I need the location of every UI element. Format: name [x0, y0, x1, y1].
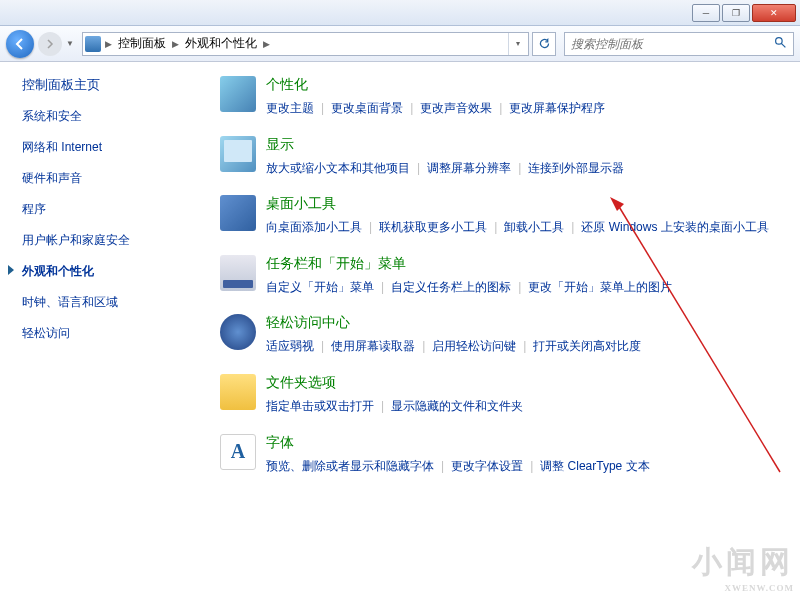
link-separator: | — [314, 339, 331, 353]
category-link[interactable]: 适应弱视 — [266, 339, 314, 353]
category-link[interactable]: 指定单击或双击打开 — [266, 399, 374, 413]
link-separator: | — [511, 280, 528, 294]
link-separator: | — [314, 101, 331, 115]
svg-point-0 — [776, 37, 783, 44]
breadcrumb-1[interactable]: 控制面板 — [116, 35, 168, 52]
gadgets-icon — [220, 195, 256, 231]
category-gadgets: 桌面小工具向桌面添加小工具|联机获取更多小工具|卸载小工具|还原 Windows… — [220, 195, 780, 239]
search-box[interactable] — [564, 32, 794, 56]
link-separator: | — [410, 161, 427, 175]
category-link[interactable]: 更改屏幕保护程序 — [509, 101, 605, 115]
category-title[interactable]: 桌面小工具 — [266, 195, 780, 213]
link-separator: | — [523, 459, 540, 473]
sidebar: 控制面板主页 系统和安全网络和 Internet硬件和声音程序用户帐户和家庭安全… — [0, 62, 210, 599]
main-content: 个性化更改主题|更改桌面背景|更改声音效果|更改屏幕保护程序显示放大或缩小文本和… — [210, 62, 800, 599]
category-link[interactable]: 放大或缩小文本和其他项目 — [266, 161, 410, 175]
category-link[interactable]: 还原 Windows 上安装的桌面小工具 — [581, 220, 768, 234]
refresh-button[interactable] — [532, 32, 556, 56]
category-link[interactable]: 连接到外部显示器 — [528, 161, 624, 175]
link-separator: | — [374, 280, 391, 294]
sidebar-item[interactable]: 硬件和声音 — [22, 170, 210, 187]
category-link[interactable]: 更改桌面背景 — [331, 101, 403, 115]
crumb-sep-icon: ▶ — [172, 39, 179, 49]
refresh-icon — [538, 37, 551, 50]
crumb-sep-icon: ▶ — [263, 39, 270, 49]
category-link[interactable]: 更改声音效果 — [420, 101, 492, 115]
link-separator: | — [516, 339, 533, 353]
category-link[interactable]: 自定义「开始」菜单 — [266, 280, 374, 294]
category-title[interactable]: 文件夹选项 — [266, 374, 780, 392]
category-fonts: 字体预览、删除或者显示和隐藏字体|更改字体设置|调整 ClearType 文本 — [220, 434, 780, 478]
link-separator: | — [403, 101, 420, 115]
display-icon — [220, 136, 256, 172]
taskbar-icon — [220, 255, 256, 291]
link-separator: | — [434, 459, 451, 473]
category-link[interactable]: 向桌面添加小工具 — [266, 220, 362, 234]
category-link[interactable]: 使用屏幕读取器 — [331, 339, 415, 353]
link-separator: | — [511, 161, 528, 175]
personalize-icon — [220, 76, 256, 112]
arrow-right-icon — [45, 39, 55, 49]
watermark: 小闻网 XWENW.COM — [692, 542, 794, 593]
category-link[interactable]: 更改主题 — [266, 101, 314, 115]
folder-options-icon — [220, 374, 256, 410]
category-title[interactable]: 任务栏和「开始」菜单 — [266, 255, 780, 273]
crumb-sep-icon: ▶ — [105, 39, 112, 49]
navigation-bar: ▼ ▶ 控制面板 ▶ 外观和个性化 ▶ ▾ — [0, 26, 800, 62]
link-separator: | — [564, 220, 581, 234]
search-icon[interactable] — [774, 36, 787, 52]
category-ease-of-access: 轻松访问中心适应弱视|使用屏幕读取器|启用轻松访问键|打开或关闭高对比度 — [220, 314, 780, 358]
link-separator: | — [374, 399, 391, 413]
sidebar-item[interactable]: 时钟、语言和区域 — [22, 294, 210, 311]
link-separator: | — [362, 220, 379, 234]
link-separator: | — [492, 101, 509, 115]
minimize-button[interactable]: ─ — [692, 4, 720, 22]
category-link[interactable]: 调整屏幕分辨率 — [427, 161, 511, 175]
search-input[interactable] — [571, 37, 774, 51]
category-personalize: 个性化更改主题|更改桌面背景|更改声音效果|更改屏幕保护程序 — [220, 76, 780, 120]
link-separator: | — [415, 339, 432, 353]
ease-of-access-icon — [220, 314, 256, 350]
category-title[interactable]: 显示 — [266, 136, 780, 154]
category-link[interactable]: 打开或关闭高对比度 — [533, 339, 641, 353]
close-button[interactable]: ✕ — [752, 4, 796, 22]
category-link[interactable]: 更改字体设置 — [451, 459, 523, 473]
nav-history-dropdown[interactable]: ▼ — [66, 39, 78, 48]
category-link[interactable]: 自定义任务栏上的图标 — [391, 280, 511, 294]
category-title[interactable]: 个性化 — [266, 76, 780, 94]
sidebar-item[interactable]: 程序 — [22, 201, 210, 218]
category-link[interactable]: 显示隐藏的文件和文件夹 — [391, 399, 523, 413]
category-display: 显示放大或缩小文本和其他项目|调整屏幕分辨率|连接到外部显示器 — [220, 136, 780, 180]
category-link[interactable]: 预览、删除或者显示和隐藏字体 — [266, 459, 434, 473]
sidebar-item[interactable]: 轻松访问 — [22, 325, 210, 342]
control-panel-home[interactable]: 控制面板主页 — [22, 76, 210, 94]
category-folder-options: 文件夹选项指定单击或双击打开|显示隐藏的文件和文件夹 — [220, 374, 780, 418]
category-link[interactable]: 调整 ClearType 文本 — [540, 459, 649, 473]
back-button[interactable] — [6, 30, 34, 58]
window-titlebar: ─ ❐ ✕ — [0, 0, 800, 26]
category-taskbar: 任务栏和「开始」菜单自定义「开始」菜单|自定义任务栏上的图标|更改「开始」菜单上… — [220, 255, 780, 299]
category-title[interactable]: 轻松访问中心 — [266, 314, 780, 332]
sidebar-item[interactable]: 用户帐户和家庭安全 — [22, 232, 210, 249]
forward-button[interactable] — [38, 32, 62, 56]
control-panel-icon — [85, 36, 101, 52]
arrow-left-icon — [13, 37, 27, 51]
sidebar-item[interactable]: 系统和安全 — [22, 108, 210, 125]
address-dropdown[interactable]: ▾ — [508, 33, 526, 55]
breadcrumb-2[interactable]: 外观和个性化 — [183, 35, 259, 52]
address-bar[interactable]: ▶ 控制面板 ▶ 外观和个性化 ▶ ▾ — [82, 32, 529, 56]
category-title[interactable]: 字体 — [266, 434, 780, 452]
svg-line-1 — [781, 43, 785, 47]
maximize-button[interactable]: ❐ — [722, 4, 750, 22]
fonts-icon — [220, 434, 256, 470]
sidebar-item[interactable]: 外观和个性化 — [22, 263, 210, 280]
category-link[interactable]: 联机获取更多小工具 — [379, 220, 487, 234]
category-link[interactable]: 更改「开始」菜单上的图片 — [528, 280, 672, 294]
sidebar-item[interactable]: 网络和 Internet — [22, 139, 210, 156]
category-link[interactable]: 卸载小工具 — [504, 220, 564, 234]
category-link[interactable]: 启用轻松访问键 — [432, 339, 516, 353]
link-separator: | — [487, 220, 504, 234]
